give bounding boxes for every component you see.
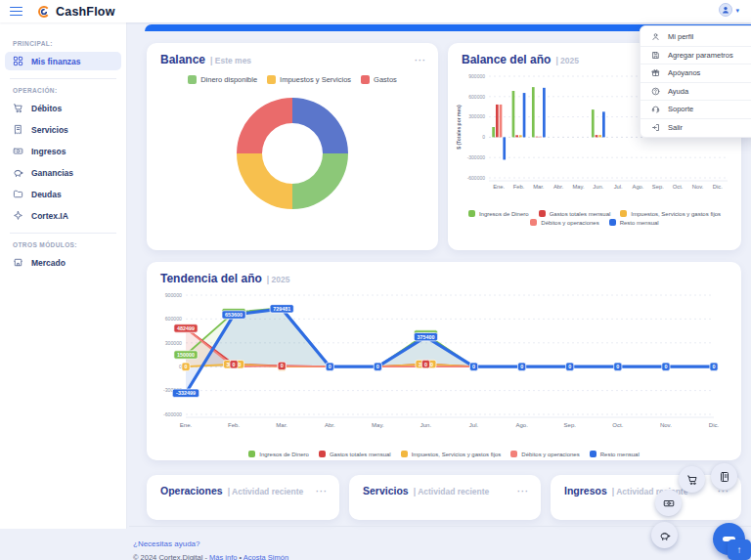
legend-item-dinero-disponible[interactable]: Dinero disponible [188, 75, 257, 84]
svg-text:Nov.: Nov. [692, 184, 704, 190]
sidebar-item-mis-finanzas[interactable]: Mis finanzas [5, 52, 121, 70]
legend-item-resto-mensual[interactable]: Resto mensual [609, 219, 659, 226]
svg-text:0: 0 [616, 364, 619, 369]
svg-text:900000: 900000 [165, 292, 182, 298]
menu-item-mi-perfil[interactable]: Mi perfil [641, 27, 751, 46]
menu-item-ayuda[interactable]: Ayuda [641, 82, 751, 101]
legend-item-debitos-y-operaciones[interactable]: Débitos y operaciones [530, 219, 598, 226]
scroll-top-button[interactable]: ↑ [728, 539, 751, 560]
svg-text:Dic.: Dic. [709, 422, 720, 428]
balance-donut-chart [147, 92, 438, 215]
footer-separator: • [240, 553, 243, 560]
piggy-bank-fab[interactable] [651, 522, 678, 548]
legend-swatch [620, 210, 627, 217]
income-card-title: Ingresos [564, 485, 607, 496]
sidebar-section-label: OPERACIÓN: [13, 87, 126, 94]
sidebar-item-mercado[interactable]: Mercado [5, 253, 121, 272]
sidebar-item-label: Mis finanzas [31, 57, 81, 66]
legend-label: Débitos y operaciones [541, 220, 598, 226]
svg-text:Feb.: Feb. [513, 184, 525, 190]
sidebar-item-debitos[interactable]: Débitos [5, 99, 121, 117]
legend-swatch [510, 451, 517, 457]
balance-card-menu[interactable]: ··· [415, 56, 426, 65]
journal-fab[interactable] [711, 463, 737, 490]
legend-swatch [468, 210, 475, 217]
operations-card-title: Operaciones [160, 485, 223, 496]
legend-item-impuestos-servicios-y-gastos-fijos[interactable]: Impuestos, Servicios y gastos fijos [620, 210, 721, 217]
logout-icon [651, 123, 660, 132]
menu-item-agregar-parametros[interactable]: Agregar parametros [641, 46, 751, 65]
menu-item-label: Agregar parametros [668, 51, 733, 60]
sidebar-item-servicios[interactable]: Servicios [5, 120, 121, 139]
svg-text:Jun.: Jun. [593, 184, 603, 190]
sidebar-item-label: Ganancias [31, 168, 73, 178]
legend-item-debitos-y-operaciones[interactable]: Débitos y operaciones [510, 451, 579, 457]
svg-text:Sep.: Sep. [652, 184, 664, 190]
brand-logo[interactable]: CashFlow [37, 5, 115, 19]
svg-text:0: 0 [482, 134, 485, 140]
legend-item-ingresos-de-dinero[interactable]: Ingresos de Dinero [248, 451, 309, 457]
legend-item-resto-mensual[interactable]: Resto mensual [590, 451, 640, 457]
legend-label: Impuestos y Servicios [280, 75, 351, 84]
sidebar-item-cortex-ia[interactable]: Cortex.IA [5, 206, 121, 225]
svg-text:$ (Totales por mes): $ (Totales por mes) [456, 105, 462, 150]
sidebar-divider [10, 233, 116, 234]
menu-item-salir[interactable]: Salir [641, 118, 751, 137]
cart-icon [13, 103, 23, 113]
cash-fab[interactable] [655, 490, 682, 516]
services-card-menu[interactable]: ··· [517, 487, 529, 496]
menu-item-soporte[interactable]: Soporte [641, 100, 751, 118]
cart-fab[interactable] [679, 466, 705, 493]
trend-card-title: Tendencia del año [160, 272, 262, 285]
legend-swatch [248, 451, 255, 457]
svg-text:Oct.: Oct. [673, 184, 684, 190]
sidebar-item-deudas[interactable]: Deudas [5, 185, 121, 203]
legend-item-gastos-totales-mensual[interactable]: Gastos totales mensual [539, 210, 611, 217]
menu-item-label: Salir [668, 123, 683, 132]
sidebar-item-label: Servicios [31, 125, 68, 135]
legend-item-impuestos-servicios-y-gastos-fijos[interactable]: Impuestos, Servicios y gastos fijos [401, 451, 502, 457]
sidebar-item-label: Mercado [31, 258, 66, 268]
legend-swatch [530, 219, 537, 226]
svg-text:0: 0 [520, 364, 523, 369]
legend-label: Ingresos de Dinero [259, 452, 309, 457]
gift-icon [651, 68, 660, 77]
menu-item-apoyanos[interactable]: Apóyanos [641, 64, 751, 82]
more-info-link[interactable]: Más info [209, 553, 237, 560]
cash-icon [663, 497, 675, 509]
legend-label: Débitos y operaciones [521, 452, 579, 457]
user-avatar-button[interactable]: ▾ [719, 3, 739, 17]
svg-text:900000: 900000 [468, 73, 485, 79]
svg-text:Ago.: Ago. [515, 422, 528, 428]
save-icon [651, 51, 660, 60]
menu-item-label: Apóyanos [668, 68, 700, 77]
journal-icon [719, 471, 730, 483]
legend-label: Gastos totales mensual [550, 211, 611, 217]
menu-icon[interactable] [10, 7, 22, 17]
help-link[interactable]: ¿Necesitas ayuda? [133, 539, 199, 548]
services-card: Servicios | Actividad reciente ··· [349, 475, 541, 520]
legend-item-ingresos-de-dinero[interactable]: Ingresos de Dinero [468, 210, 529, 217]
svg-text:Jul.: Jul. [469, 422, 479, 428]
svg-text:375400: 375400 [417, 334, 434, 340]
svg-text:-300000: -300000 [467, 154, 486, 160]
svg-text:600000: 600000 [165, 316, 182, 322]
piggy-bank-icon [659, 530, 671, 541]
legend-item-gastos-totales-mensual[interactable]: Gastos totales mensual [319, 451, 391, 457]
svg-text:0: 0 [185, 364, 188, 369]
author-link[interactable]: Acosta Simón [243, 553, 288, 560]
sidebar-item-ganancias[interactable]: Ganancias [5, 163, 121, 182]
sidebar-item-ingresos[interactable]: Ingresos [5, 142, 121, 160]
legend-item-impuestos-y-servicios[interactable]: Impuestos y Servicios [267, 75, 351, 84]
legend-item-gastos[interactable]: Gastos [361, 75, 397, 84]
svg-text:0: 0 [664, 364, 667, 369]
legend-label: Ingresos de Dinero [479, 211, 529, 217]
legend-swatch [401, 451, 408, 457]
legend-label: Impuestos, Servicios y gastos fijos [631, 211, 721, 217]
operations-card-menu[interactable]: ··· [316, 487, 328, 496]
sidebar-section-label: OTROS MÓDULOS: [13, 241, 126, 248]
legend-label: Resto mensual [600, 452, 640, 457]
svg-text:-600000: -600000 [163, 411, 182, 417]
receipt-icon [13, 124, 23, 135]
menu-item-label: Mi perfil [668, 32, 693, 41]
